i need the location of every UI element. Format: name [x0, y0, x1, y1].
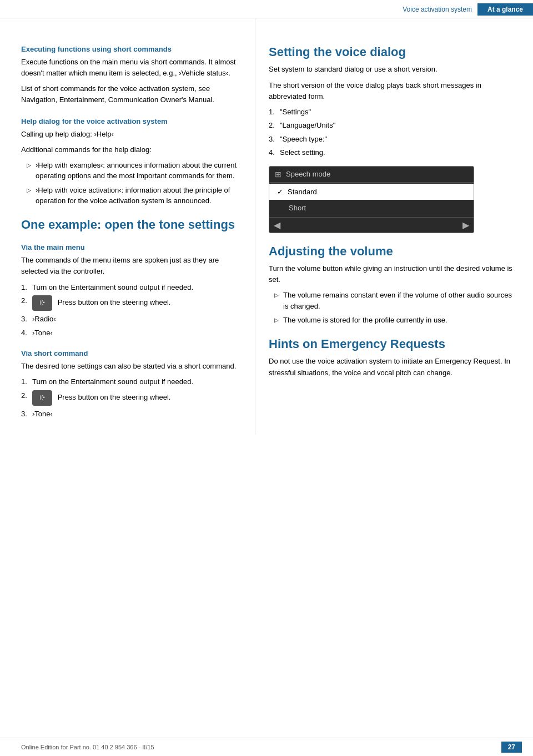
right-column: Setting the voice dialog Set system to s…	[255, 18, 533, 435]
help-dialog-bullets: ›Help with examples‹: announces informat…	[21, 160, 242, 206]
subsection-via-short-command: Via short command The desired tone setti…	[21, 349, 242, 419]
subsection-via-main-menu: Via the main menu The commands of the me…	[21, 243, 242, 338]
steering-wheel-button-icon-2	[32, 390, 52, 406]
adjusting-volume-title: Adjusting the volume	[269, 244, 517, 259]
step-1: 1. Turn on the Entertainment sound outpu…	[21, 282, 242, 293]
help-bullet-2: ›Help with voice activation‹: informatio…	[21, 185, 242, 206]
section-executing-functions: Executing functions using short commands…	[21, 45, 242, 106]
right-arrow-icon: ▶	[462, 220, 469, 230]
voice-step-3: 3. "Speech type:"	[269, 134, 517, 145]
volume-bullet-2: The volume is stored for the profile cur…	[269, 315, 517, 326]
speech-mode-title-bar: ⊞ Speech mode	[269, 167, 474, 183]
section-executing-title: Executing functions using short commands	[21, 45, 242, 53]
voice-step-2: 2. "Language/Units"	[269, 120, 517, 131]
check-mark-icon: ✓	[277, 188, 283, 196]
section-help-para2: Additional commands for the help dialog:	[21, 144, 242, 155]
footer-text: Online Edition for Part no. 01 40 2 954 …	[21, 744, 154, 750]
voice-step-1: 1. "Settings"	[269, 107, 517, 118]
speech-option-standard[interactable]: ✓ Standard	[269, 184, 474, 200]
speech-mode-nav-arrows: ◀ ▶	[269, 217, 474, 233]
adjusting-volume-para: Turn the volume button while giving an i…	[269, 263, 517, 285]
header-chapter-label: At a glance	[477, 3, 533, 16]
section-emergency-requests: Hints on Emergency Requests Do not use t…	[269, 337, 517, 379]
emergency-requests-title: Hints on Emergency Requests	[269, 337, 517, 351]
section-one-example: One example: open the tone settings Via …	[21, 218, 242, 419]
left-column: Executing functions using short commands…	[0, 18, 255, 435]
speech-mode-icon: ⊞	[275, 170, 281, 179]
via-short-command-para: The desired tone settings can also be st…	[21, 361, 242, 372]
emergency-requests-para: Do not use the voice activation system t…	[269, 356, 517, 378]
left-arrow-icon: ◀	[274, 220, 280, 230]
section-example-title: One example: open the tone settings	[21, 218, 242, 232]
speech-mode-title-text: Speech mode	[286, 170, 330, 178]
setting-voice-title: Setting the voice dialog	[269, 45, 517, 59]
speech-mode-box: ⊞ Speech mode ✓ Standard Short ◀ ▶	[269, 166, 474, 233]
setting-voice-steps: 1. "Settings" 2. "Language/Units" 3. "Sp…	[269, 107, 517, 158]
via-main-menu-para: The commands of the menu items are spoke…	[21, 255, 242, 277]
via-main-menu-steps: 1. Turn on the Entertainment sound outpu…	[21, 282, 242, 339]
step-4: 4. ›Tone‹	[21, 327, 242, 339]
section-adjusting-volume: Adjusting the volume Turn the volume but…	[269, 244, 517, 326]
steering-wheel-button-icon	[32, 295, 52, 311]
short-step-3: 3. ›Tone‹	[21, 409, 242, 420]
section-help-dialog: Help dialog for the voice activation sys…	[21, 117, 242, 206]
page-footer: Online Edition for Part no. 01 40 2 954 …	[0, 738, 533, 756]
speech-option-short[interactable]: Short	[269, 200, 474, 216]
section-setting-voice-dialog: Setting the voice dialog Set system to s…	[269, 45, 517, 233]
step-3: 3. ›Radio‹	[21, 314, 242, 325]
section-executing-para1: Execute functions on the main menu via s…	[21, 57, 242, 79]
setting-voice-para1: Set system to standard dialog or use a s…	[269, 64, 517, 75]
short-step-2: 2. Press button on the steering wheel.	[21, 390, 242, 406]
step-2: 2. Press button on the steering wheel.	[21, 295, 242, 311]
page-header: Voice activation system At a glance	[0, 0, 533, 18]
short-step-1: 1. Turn on the Entertainment sound outpu…	[21, 376, 242, 387]
header-section-label: Voice activation system	[403, 6, 472, 13]
volume-bullet-1: The volume remains constant even if the …	[269, 290, 517, 311]
via-short-command-steps: 1. Turn on the Entertainment sound outpu…	[21, 376, 242, 419]
main-content: Executing functions using short commands…	[0, 18, 533, 435]
via-short-command-title: Via short command	[21, 349, 242, 357]
volume-bullets: The volume remains constant even if the …	[269, 290, 517, 326]
section-help-title: Help dialog for the voice activation sys…	[21, 117, 242, 125]
section-executing-para2: List of short commands for the voice act…	[21, 83, 242, 105]
voice-step-4: 4. Select setting.	[269, 147, 517, 158]
footer-page-number: 27	[501, 742, 522, 753]
speech-mode-options: ✓ Standard Short	[269, 183, 474, 217]
help-bullet-1: ›Help with examples‹: announces informat…	[21, 160, 242, 182]
setting-voice-para2: The short version of the voice dialog pl…	[269, 80, 517, 102]
via-main-menu-title: Via the main menu	[21, 243, 242, 251]
section-help-para1: Calling up help dialog: ›Help‹	[21, 129, 242, 140]
